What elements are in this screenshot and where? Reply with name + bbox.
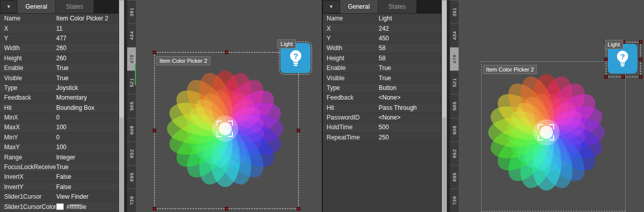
property-value[interactable]: True	[56, 64, 118, 72]
ruler-tick-label: 565	[129, 102, 134, 110]
property-row[interactable]: EnableTrue	[0, 63, 118, 73]
property-row[interactable]: MaxY100	[0, 143, 118, 152]
property-value[interactable]: True	[56, 163, 118, 171]
property-value[interactable]: 242	[379, 25, 441, 32]
property-value[interactable]: Integer	[56, 154, 118, 161]
property-row[interactable]: Y477	[0, 34, 118, 43]
property-row[interactable]: PasswordID<None>	[323, 113, 441, 123]
property-row[interactable]: VisibleTrue	[0, 73, 118, 83]
property-row[interactable]: NameItem Color Picker 2	[0, 14, 118, 23]
tab-general[interactable]: General	[17, 0, 56, 13]
property-value[interactable]: 500	[379, 124, 441, 131]
selection-handle-nw[interactable]	[153, 51, 156, 54]
property-row[interactable]: X242	[323, 23, 441, 33]
property-row[interactable]: Width58	[323, 43, 441, 53]
selection-handle-w[interactable]	[153, 129, 156, 132]
property-value[interactable]: Light	[379, 15, 441, 22]
property-row[interactable]: MinX0	[0, 113, 118, 123]
property-value[interactable]: 260	[56, 44, 118, 52]
property-row[interactable]: HoldTime500	[323, 123, 441, 132]
property-row[interactable]: RepeatTime250	[323, 133, 441, 143]
property-value[interactable]: Joystick	[56, 84, 118, 91]
property-value[interactable]: Item Color Picker 2	[56, 15, 118, 22]
property-row[interactable]: Y450	[323, 34, 441, 43]
property-value[interactable]: 0	[56, 114, 118, 121]
selection-handle-s[interactable]	[225, 207, 228, 210]
tab-states[interactable]: States	[378, 0, 417, 13]
left-canvas[interactable]: ? Item Color Picker 2 Light	[136, 0, 321, 212]
property-value[interactable]: True	[379, 64, 441, 72]
property-label: Range	[0, 154, 56, 161]
property-row[interactable]: FeedbackMomentary	[0, 93, 118, 103]
property-value[interactable]: 58	[379, 44, 441, 52]
left-inspector-scrollbar[interactable]	[119, 0, 124, 212]
dropdown-arrow-icon[interactable]: ▼	[0, 0, 17, 13]
property-value[interactable]: True	[56, 75, 118, 82]
property-row[interactable]: Slider1CursorView Finder	[0, 192, 118, 202]
property-row[interactable]: RangeInteger	[0, 152, 118, 162]
property-value[interactable]: 260	[56, 55, 118, 62]
selection-handle-ne[interactable]	[639, 40, 642, 44]
ruler-tick-label: 521	[129, 78, 134, 87]
property-value[interactable]: View Finder	[56, 193, 118, 200]
property-row[interactable]: Width260	[0, 43, 118, 53]
selection-handle-w[interactable]	[604, 58, 608, 61]
property-value[interactable]: 0	[56, 134, 118, 141]
property-row[interactable]: Height260	[0, 54, 118, 63]
right-inspector-scrollbar[interactable]	[442, 0, 447, 212]
property-row[interactable]: FocusLockReceiveTrue	[0, 162, 118, 172]
dropdown-arrow-icon[interactable]: ▼	[323, 0, 340, 13]
property-value[interactable]: Bounding Box	[56, 104, 118, 111]
property-row[interactable]: HitPass Through	[323, 103, 441, 113]
property-row[interactable]: Feedback<None>	[323, 93, 441, 103]
property-value[interactable]: 477	[56, 35, 118, 42]
selection-handle-sw[interactable]	[604, 75, 608, 79]
property-row[interactable]: HitBounding Box	[0, 103, 118, 113]
selection-handle-se[interactable]	[639, 75, 642, 79]
property-value[interactable]: 100	[56, 124, 118, 131]
property-value[interactable]: 11	[56, 25, 118, 32]
ruler-segment: 565	[127, 94, 136, 117]
property-value[interactable]: False	[56, 183, 118, 191]
property-row[interactable]: Height58	[323, 54, 441, 63]
property-value[interactable]: <None>	[379, 114, 441, 121]
property-row[interactable]: Slider1CursorColor#ffffff8e	[0, 202, 118, 211]
property-row[interactable]: InvertXFalse	[0, 172, 118, 182]
tab-states[interactable]: States	[56, 0, 94, 13]
selection-handle-sw[interactable]	[153, 207, 156, 210]
property-row[interactable]: TypeJoystick	[0, 83, 118, 93]
property-value[interactable]: Button	[379, 84, 441, 91]
property-row[interactable]: X11	[0, 23, 118, 33]
property-value[interactable]: False	[56, 173, 118, 180]
ruler-segment: 391	[127, 0, 136, 23]
tab-general[interactable]: General	[340, 0, 378, 13]
property-value[interactable]: True	[379, 75, 441, 82]
property-row[interactable]: VisibleTrue	[323, 73, 441, 83]
property-row[interactable]: NameLight	[323, 14, 441, 23]
property-value[interactable]: 450	[379, 35, 441, 42]
right-canvas[interactable]: ? Item Color Picker 2 Light	[459, 0, 644, 212]
selection-handle-e[interactable]	[297, 129, 300, 132]
selection-handle-n[interactable]	[225, 51, 228, 54]
property-value[interactable]: Pass Through	[379, 104, 441, 111]
property-value[interactable]: 100	[56, 144, 118, 151]
ruler-tick-label: 434	[129, 31, 134, 40]
property-row[interactable]: MaxX100	[0, 123, 118, 132]
property-value[interactable]: 58	[379, 55, 441, 62]
view-finder-cursor-icon	[538, 124, 554, 140]
property-value[interactable]: 250	[379, 134, 441, 141]
property-row[interactable]: MinY0	[0, 133, 118, 143]
property-value[interactable]: <None>	[379, 94, 441, 101]
scrollbar-thumb[interactable]	[442, 1, 446, 117]
selection-handle-se[interactable]	[297, 207, 300, 210]
scrollbar-thumb[interactable]	[120, 1, 124, 117]
property-row[interactable]: EnableTrue	[323, 63, 441, 73]
selection-handle-e[interactable]	[639, 58, 642, 61]
property-value[interactable]: #ffffff8e	[56, 203, 118, 210]
selection-handle-s[interactable]	[622, 75, 625, 79]
property-row[interactable]: TypeButton	[323, 83, 441, 93]
color-picker-name-label: Item Color Picker 2	[156, 56, 210, 65]
color-swatch[interactable]	[56, 203, 64, 210]
property-value[interactable]: Momentary	[56, 94, 118, 101]
property-row[interactable]: InvertYFalse	[0, 182, 118, 192]
